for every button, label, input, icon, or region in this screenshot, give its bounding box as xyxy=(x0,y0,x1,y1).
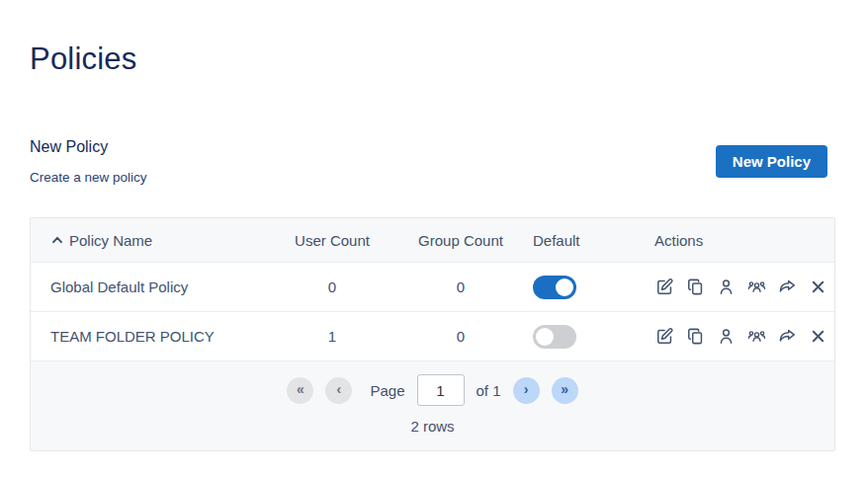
last-page-button[interactable]: » xyxy=(552,377,578,404)
pagination: « ‹ Page of 1 › » xyxy=(31,374,834,406)
prev-page-button[interactable]: ‹ xyxy=(325,377,352,404)
default-toggle[interactable] xyxy=(533,325,576,349)
column-header-policy-name[interactable]: Policy Name xyxy=(50,232,268,249)
page-of-label: of 1 xyxy=(477,382,501,399)
page-label: Page xyxy=(370,382,404,399)
policy-name-cell: Global Default Policy xyxy=(50,279,268,295)
delete-x-icon[interactable] xyxy=(808,327,827,347)
actions-cell xyxy=(649,327,827,347)
default-toggle[interactable] xyxy=(533,276,576,299)
new-policy-text: New Policy Create a new policy xyxy=(30,138,147,185)
column-header-default: Default xyxy=(525,232,649,249)
toggle-knob xyxy=(536,328,554,346)
table-header-row: Policy Name User Count Group Count Defau… xyxy=(31,218,834,262)
group-icon[interactable] xyxy=(746,278,766,297)
actions-cell xyxy=(649,278,827,297)
copy-icon[interactable] xyxy=(685,327,705,347)
toggle-knob xyxy=(556,279,573,296)
column-header-user-count: User Count xyxy=(268,232,396,249)
sort-ascending-icon xyxy=(50,233,64,247)
policies-page: Policies New Policy Create a new policy … xyxy=(0,41,868,478)
table-row: TEAM FOLDER POLICY 1 0 xyxy=(31,311,834,360)
policy-name-cell: TEAM FOLDER POLICY xyxy=(50,328,268,345)
policies-table: Policy Name User Count Group Count Defau… xyxy=(30,217,835,451)
user-count-cell: 1 xyxy=(268,328,396,345)
share-icon[interactable] xyxy=(777,278,797,297)
default-cell xyxy=(525,276,649,299)
next-page-button[interactable]: › xyxy=(513,377,540,404)
group-count-cell: 0 xyxy=(396,279,525,295)
default-cell xyxy=(525,325,649,349)
new-policy-section: New Policy Create a new policy New Polic… xyxy=(30,138,835,185)
rows-summary: 2 rows xyxy=(31,418,834,435)
first-page-button[interactable]: « xyxy=(287,377,313,404)
page-title: Policies xyxy=(30,41,835,77)
edit-icon[interactable] xyxy=(654,327,674,347)
user-icon[interactable] xyxy=(716,327,736,347)
group-icon[interactable] xyxy=(746,327,766,347)
new-policy-button[interactable]: New Policy xyxy=(716,145,827,178)
group-count-cell: 0 xyxy=(396,328,525,345)
copy-icon[interactable] xyxy=(685,278,705,297)
column-header-group-count: Group Count xyxy=(396,232,525,249)
section-subheading: Create a new policy xyxy=(30,170,147,185)
user-icon[interactable] xyxy=(716,278,736,297)
edit-icon[interactable] xyxy=(654,278,674,297)
column-header-actions: Actions xyxy=(649,232,815,249)
section-heading: New Policy xyxy=(30,138,147,156)
column-header-label: Policy Name xyxy=(69,232,152,249)
table-row: Global Default Policy 0 0 xyxy=(31,262,834,311)
user-count-cell: 0 xyxy=(268,279,396,295)
table-footer: « ‹ Page of 1 › » 2 rows xyxy=(31,360,834,450)
delete-x-icon[interactable] xyxy=(808,278,827,297)
share-icon[interactable] xyxy=(777,327,797,347)
page-number-input[interactable] xyxy=(417,374,465,406)
